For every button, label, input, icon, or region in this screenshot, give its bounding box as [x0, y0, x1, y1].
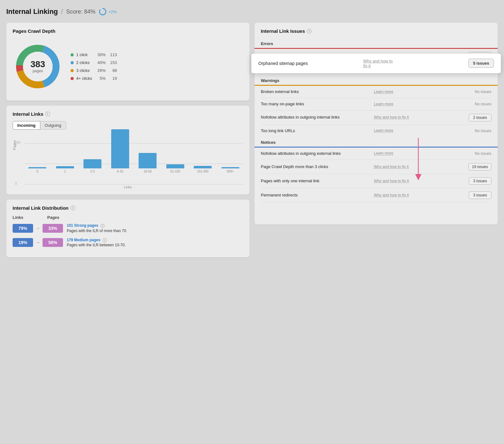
- bar-x-label: 51-150: [170, 170, 180, 173]
- crawl-depth-card: Pages Crawl Depth 383: [6, 23, 249, 101]
- issue-no-issues: No issues: [469, 90, 491, 94]
- bar-x-label: 500+: [227, 170, 234, 173]
- issues-info-icon[interactable]: i: [307, 29, 312, 33]
- issue-row: Broken external linksLearn moreNo issues: [261, 86, 491, 98]
- legend-item: 3 clicks 26% 98: [71, 68, 117, 73]
- crawl-depth-title: Pages Crawl Depth: [13, 28, 243, 34]
- internal-links-info-icon[interactable]: i: [45, 112, 50, 116]
- legend-dot: [71, 69, 74, 72]
- issue-link[interactable]: Why and how to fix it: [374, 178, 466, 184]
- bar-x-label: 0: [37, 170, 38, 173]
- score-circle: +2%: [99, 8, 117, 16]
- bar-col: 1: [52, 166, 78, 173]
- issue-name: Too long link URLs: [261, 128, 371, 134]
- donut-center: 383 pages: [31, 60, 45, 73]
- x-axis-title: Links: [13, 185, 243, 189]
- donut-total: 383: [31, 60, 45, 69]
- internal-links-card: Internal Links i Incoming Outgoing Pages…: [6, 106, 249, 195]
- score-text: Score: 84%: [66, 9, 95, 15]
- issue-row: Pages with only one internal linkWhy and…: [261, 174, 491, 188]
- dist-rows: 79% → 33% 101 Strong pages i Pages with …: [13, 223, 243, 248]
- issue-link[interactable]: Learn more: [374, 89, 466, 95]
- issue-badge[interactable]: 3 issues: [469, 191, 491, 199]
- spotlight-badge[interactable]: 5 issues: [468, 59, 494, 68]
- issue-badge[interactable]: 3 issues: [469, 177, 491, 185]
- issue-row: Nofollow attributes in outgoing internal…: [261, 111, 491, 125]
- dist-info-icon[interactable]: i: [100, 224, 105, 228]
- dist-pages-pct: 33%: [43, 224, 63, 233]
- issue-row: Permanent redirectsWhy and how to fix it…: [261, 188, 491, 202]
- issue-no-issues: No issues: [469, 151, 491, 156]
- legend-item: 2 clicks 40% 153: [71, 60, 117, 65]
- bar-col: 0: [25, 167, 50, 173]
- distribution-info-icon[interactable]: i: [71, 206, 75, 210]
- issue-no-issues: No issues: [469, 129, 491, 133]
- main-grid: Pages Crawl Depth 383: [6, 23, 498, 257]
- bar-col: 16-50: [135, 153, 161, 173]
- bar-fill: [194, 166, 212, 168]
- internal-links-title-text: Internal Links: [13, 111, 43, 117]
- donut-section: 383 pages 1 click 30% 113 2 clicks 40% 1…: [13, 38, 243, 95]
- bar-fill: [221, 167, 239, 168]
- issue-row: Too long link URLsLearn moreNo issues: [261, 125, 491, 137]
- issue-link[interactable]: Learn more: [374, 151, 466, 156]
- score-circle-icon: [99, 8, 107, 16]
- dist-page-desc: Pages with the ILR between 10-70.: [67, 243, 126, 247]
- issue-link[interactable]: Learn more: [374, 102, 466, 107]
- dist-col-pages-header: Pages: [47, 215, 72, 220]
- dist-col-desc-header: [72, 215, 243, 220]
- title-sep: /: [61, 8, 63, 16]
- issues-section: WarningsBroken external linksLearn moreN…: [261, 75, 491, 137]
- dist-page-desc: Pages with the ILR of more than 70.: [67, 229, 127, 233]
- dist-headers: Links Pages: [13, 215, 243, 220]
- bar-chart: Pages 200 0 0 1 2-5 6-15 16-50 51-150 15…: [13, 134, 243, 184]
- dist-arrow: →: [33, 240, 43, 245]
- legend: 1 click 30% 113 2 clicks 40% 153 3 click…: [71, 52, 117, 81]
- bar-x-label: 151-500: [197, 170, 209, 173]
- dist-page-link[interactable]: 101 Strong pages: [67, 223, 98, 228]
- internal-links-title: Internal Links i: [13, 111, 243, 117]
- issue-badge[interactable]: 19 issues: [468, 163, 491, 171]
- legend-dot: [71, 53, 74, 56]
- dist-info-icon[interactable]: i: [103, 238, 107, 242]
- spotlight-link[interactable]: Why and how tofix it: [363, 59, 462, 68]
- legend-pct: 5%: [94, 76, 106, 81]
- bar-fill: [111, 129, 129, 168]
- distribution-title-text: Internal Link Distribution: [13, 205, 69, 211]
- dist-arrow-header: [38, 215, 47, 220]
- issue-link[interactable]: Why and how to fix it: [374, 193, 466, 198]
- dist-col-links-header: Links: [13, 215, 38, 220]
- distribution-card: Internal Link Distribution i Links Pages…: [6, 200, 249, 257]
- issues-title-text: Internal Link Issues: [261, 28, 305, 34]
- issue-name: Nofollow attributes in outgoing external…: [261, 151, 371, 156]
- left-col: Pages Crawl Depth 383: [6, 23, 249, 257]
- legend-count: 19: [108, 76, 117, 81]
- bar-col: 2-5: [80, 159, 106, 173]
- dist-links-pct: 79%: [13, 224, 33, 233]
- issue-link[interactable]: Learn more: [374, 128, 466, 133]
- tab-outgoing[interactable]: Outgoing: [40, 121, 66, 130]
- legend-item: 1 click 30% 113: [71, 52, 117, 57]
- spotlight-issue-name: Orphaned sitemap pages: [258, 61, 358, 66]
- issue-no-issues: No issues: [469, 102, 491, 106]
- distribution-title: Internal Link Distribution i: [13, 205, 243, 211]
- legend-pct: 40%: [94, 60, 106, 65]
- legend-dot: [71, 61, 74, 64]
- tabs-row: Incoming Outgoing: [13, 121, 243, 130]
- tab-incoming[interactable]: Incoming: [13, 121, 40, 130]
- dist-page-link[interactable]: 179 Medium pages: [67, 238, 100, 242]
- legend-item: 4+ clicks 5% 19: [71, 76, 117, 81]
- bar-x-label: 1: [64, 170, 66, 173]
- issue-name: Permanent redirects: [261, 192, 371, 198]
- dist-links-pct: 19%: [13, 238, 33, 247]
- issue-link[interactable]: Why and how to fix it: [374, 164, 466, 170]
- issue-badge[interactable]: 2 issues: [469, 114, 491, 121]
- issue-row: Page Crawl Depth more than 3 clicksWhy a…: [261, 160, 491, 174]
- legend-dot: [71, 77, 74, 80]
- dist-pages-pct: 58%: [43, 238, 63, 247]
- issues-card: Internal Link Issues i ErrorsBroken inte…: [255, 23, 498, 225]
- dist-arrow: →: [33, 225, 43, 231]
- issues-section-title: Warnings: [261, 75, 491, 85]
- issue-link[interactable]: Why and how to fix it: [374, 115, 466, 120]
- bar-x-label: 2-5: [90, 170, 95, 173]
